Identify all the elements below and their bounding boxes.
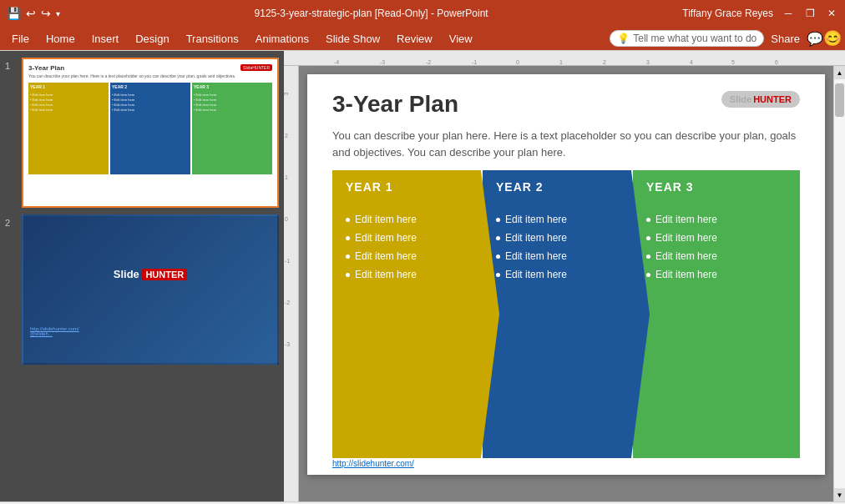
thumb1-title: 3-Year Plan <box>28 64 272 72</box>
logo-slide-text: Slide <box>730 94 751 104</box>
minimize-button[interactable]: ─ <box>782 7 795 20</box>
thumb1-y3-item2: • Edit item here <box>194 98 271 102</box>
tell-me-input[interactable]: 💡 Tell me what you want to do <box>610 30 764 47</box>
scroll-track[interactable] <box>834 79 845 488</box>
year2-header: YEAR 2 <box>483 170 650 204</box>
scroll-down-button[interactable]: ▼ <box>834 488 845 501</box>
thumb1-y1-item2: • Edit item here <box>30 98 107 102</box>
year1-header: YEAR 1 <box>332 170 499 204</box>
slide-number-1: 1 <box>5 61 17 71</box>
logo-hunter-text: HUNTER <box>753 94 792 104</box>
slide-url-link[interactable]: http://slidehunter.com/ <box>332 459 414 468</box>
menu-insert[interactable]: Insert <box>83 31 128 47</box>
slide-preview-1[interactable]: 3-Year Plan SlideHUNTER You can describe… <box>22 58 279 208</box>
thumb1-y3-item1: • Edit item here <box>194 93 271 97</box>
main-area: 1 3-Year Plan SlideHUNTER You can descri… <box>0 51 845 501</box>
restore-button[interactable]: ❐ <box>803 7 817 20</box>
thumb2-url: http://slidehunter.com/ @slideh... <box>23 326 277 336</box>
thumb1-y2-item3: • Edit item here <box>112 103 189 107</box>
thumb1-year2: YEAR 2 • Edit item here • Edit item here… <box>110 83 190 174</box>
thumb1-year2-label: YEAR 2 <box>110 83 190 91</box>
menu-home[interactable]: Home <box>38 31 83 47</box>
year3-item4: Edit item here <box>646 269 787 280</box>
titlebar-left: 💾 ↩ ↪ ▾ <box>7 7 60 20</box>
menu-bar: File Home Insert Design Transitions Anim… <box>0 27 845 50</box>
year3-block: YEAR 3 Edit item here Edit item here Edi… <box>633 170 800 458</box>
thumb1-y2-item2: • Edit item here <box>112 98 189 102</box>
comments-icon[interactable]: 💬 <box>807 31 823 47</box>
year2-item2: Edit item here <box>496 232 636 244</box>
content-area: -4 -3 -2 -1 0 1 2 3 4 5 6 3 2 1 0 -1 -2 <box>284 51 845 501</box>
year3-items: Edit item here Edit item here Edit item … <box>633 204 800 458</box>
scroll-up-button[interactable]: ▲ <box>834 66 845 79</box>
save-icon[interactable]: 💾 <box>7 7 21 20</box>
slides-panel: 1 3-Year Plan SlideHUNTER You can descri… <box>0 51 284 501</box>
close-button[interactable]: ✕ <box>825 7 838 20</box>
year1-item4: Edit item here <box>346 269 486 280</box>
lightbulb-icon: 💡 <box>617 33 630 44</box>
thumb1-year3-label: YEAR 3 <box>192 83 272 91</box>
slide-canvas: 3-Year Plan SlideHUNTER You can describe… <box>299 66 833 501</box>
slide-preview-2[interactable]: Slide HUNTER http://slidehunter.com/ @sl… <box>22 214 279 365</box>
thumb2-url2: @slideh... <box>30 331 271 336</box>
thumb1-year2-items: • Edit item here • Edit item here • Edit… <box>110 91 190 113</box>
ribbon: File Home Insert Design Transitions Anim… <box>0 27 845 51</box>
year2-item4: Edit item here <box>496 269 636 280</box>
thumb1-years: YEAR 1 • Edit item here • Edit item here… <box>28 83 272 174</box>
menu-animations[interactable]: Animations <box>247 31 317 47</box>
menu-review[interactable]: Review <box>388 31 441 47</box>
titlebar: 💾 ↩ ↪ ▾ 9125-3-year-strategic-plan [Read… <box>0 0 845 27</box>
slide-header: 3-Year Plan SlideHUNTER <box>332 91 800 118</box>
year1-block: YEAR 1 Edit item here Edit item here Edi… <box>332 170 499 458</box>
thumb1-y3-item4: • Edit item here <box>194 108 271 112</box>
year2-block: YEAR 2 Edit item here Edit item here Edi… <box>483 170 650 458</box>
slide-thumb-2[interactable]: 2 Slide HUNTER http://slidehunter.com/ @… <box>5 214 279 365</box>
year1-item1: Edit item here <box>346 214 486 225</box>
horizontal-ruler: -4 -3 -2 -1 0 1 2 3 4 5 6 <box>284 51 845 66</box>
thumb1-y1-item1: • Edit item here <box>30 93 107 97</box>
year3-item3: Edit item here <box>646 250 787 262</box>
year1-item3: Edit item here <box>346 250 486 262</box>
undo-icon[interactable]: ↩ <box>26 7 36 20</box>
years-container: YEAR 1 Edit item here Edit item here Edi… <box>332 170 800 458</box>
slide-logo: SlideHUNTER <box>721 91 800 108</box>
thumb1-desc: You can describe your plan here. Here is… <box>28 73 272 79</box>
thumb1-year3: YEAR 3 • Edit item here • Edit item here… <box>192 83 272 174</box>
year2-item3: Edit item here <box>496 250 636 262</box>
scroll-thumb[interactable] <box>835 83 844 117</box>
year2-items: Edit item here Edit item here Edit item … <box>483 204 650 458</box>
thumb1-year3-items: • Edit item here • Edit item here • Edit… <box>192 91 272 113</box>
menu-transitions[interactable]: Transitions <box>178 31 247 47</box>
menu-view[interactable]: View <box>441 31 481 47</box>
content-scroll-area: 3 2 1 0 -1 -2 -3 3-Year Plan SlideHUNTER <box>284 66 845 501</box>
thumb1-logo: SlideHUNTER <box>240 64 272 71</box>
slide-main: 3-Year Plan SlideHUNTER You can describe… <box>307 74 825 475</box>
vertical-ruler: 3 2 1 0 -1 -2 -3 <box>284 66 299 501</box>
thumb1-y1-item4: • Edit item here <box>30 108 107 112</box>
year1-items: Edit item here Edit item here Edit item … <box>332 204 499 458</box>
menu-slideshow[interactable]: Slide Show <box>317 31 388 47</box>
titlebar-filename: 9125-3-year-strategic-plan [Read-Only] -… <box>60 8 682 19</box>
thumb2-logo-text: Slide HUNTER <box>114 268 188 280</box>
vertical-scrollbar[interactable]: ▲ ▼ <box>833 66 845 501</box>
slide-description: You can describe your plan here. Here is… <box>332 128 800 160</box>
year3-item1: Edit item here <box>646 214 787 225</box>
thumb1-year1-items: • Edit item here • Edit item here • Edit… <box>28 91 109 113</box>
tell-me-label: Tell me what you want to do <box>633 33 756 44</box>
year3-item2: Edit item here <box>646 232 787 244</box>
share-button[interactable]: Share <box>764 33 807 45</box>
thumb1-y3-item3: • Edit item here <box>194 103 271 107</box>
smiley-icon: 😊 <box>823 29 842 48</box>
thumb1-year1-label: YEAR 1 <box>28 83 109 91</box>
titlebar-right: Tiffany Grace Reyes ─ ❐ ✕ <box>682 7 838 20</box>
thumb1-y2-item1: • Edit item here <box>112 93 189 97</box>
thumb1-year1: YEAR 1 • Edit item here • Edit item here… <box>28 83 109 174</box>
slide-thumb-1[interactable]: 1 3-Year Plan SlideHUNTER You can descri… <box>5 58 279 208</box>
thumb1-y1-item3: • Edit item here <box>30 103 107 107</box>
year2-item1: Edit item here <box>496 214 636 225</box>
main-slide-title: 3-Year Plan <box>332 91 458 118</box>
year3-header: YEAR 3 <box>633 170 800 204</box>
redo-icon[interactable]: ↪ <box>41 7 51 20</box>
menu-design[interactable]: Design <box>127 31 177 47</box>
menu-file[interactable]: File <box>3 31 38 47</box>
